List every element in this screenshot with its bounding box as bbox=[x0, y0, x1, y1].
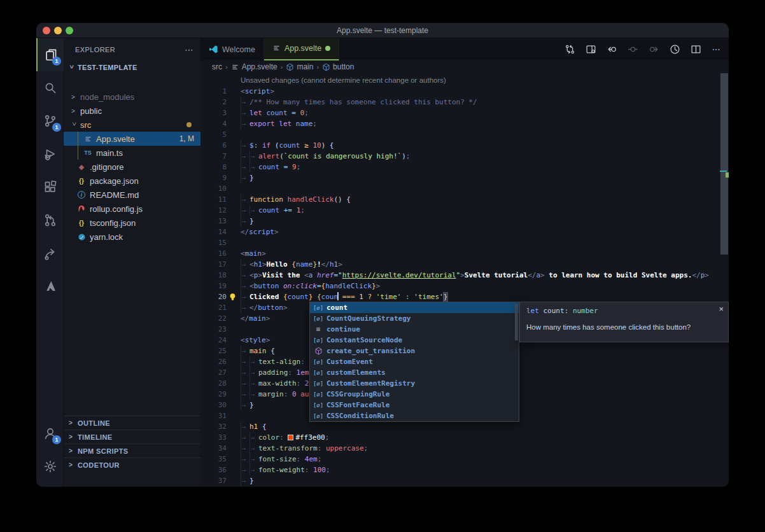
indent-guide: → bbox=[241, 367, 249, 378]
suggest-item-continue[interactable]: ≡continue bbox=[310, 324, 519, 335]
suggest-item-constantsourcenode[interactable]: [∅]ConstantSourceNode bbox=[310, 335, 519, 346]
code-line-14[interactable]: 14</script> bbox=[200, 227, 720, 237]
tree-item-public[interactable]: >public bbox=[64, 104, 200, 118]
code-line-34[interactable]: 34→→text-transform: uppercase; bbox=[200, 443, 720, 454]
code-token: color bbox=[258, 433, 279, 442]
tab-welcome[interactable]: Welcome bbox=[200, 38, 264, 60]
split-editor-icon[interactable] bbox=[687, 41, 704, 58]
tree-item-yarn-lock[interactable]: yarn.lock bbox=[64, 230, 200, 244]
code-line-32[interactable]: 32→h1 { bbox=[200, 421, 720, 432]
breadcrumb-button[interactable]: button bbox=[322, 62, 354, 71]
tree-item-readme-md[interactable]: iREADME.md bbox=[64, 188, 200, 202]
activity-azure[interactable] bbox=[36, 270, 64, 303]
activity-settings[interactable] bbox=[36, 450, 64, 483]
breadcrumb-app-svelte[interactable]: App.svelte bbox=[231, 62, 277, 71]
more-actions-icon[interactable]: ⋯ bbox=[185, 45, 194, 55]
previous-change-icon[interactable] bbox=[603, 41, 620, 58]
tab-app-svelte[interactable]: App.svelte bbox=[264, 38, 339, 60]
code-token: { bbox=[283, 293, 288, 301]
code-token: : bbox=[401, 293, 414, 301]
open-preview-icon[interactable] bbox=[582, 41, 599, 58]
code-line-15[interactable]: 15 bbox=[200, 237, 720, 248]
tree-item-tsconfig-json[interactable]: {}tsconfig.json bbox=[64, 216, 200, 230]
tree-root-test-template[interactable]: >TEST-TEMPLATE bbox=[64, 60, 200, 74]
activity-explorer[interactable]: 1 bbox=[36, 38, 64, 71]
code-line-5[interactable]: 5 bbox=[200, 129, 720, 140]
tree-item-rollup-config-js[interactable]: rollup.config.js bbox=[64, 202, 200, 216]
folder-modified-dot bbox=[186, 122, 192, 127]
code-line-37[interactable]: 37→} bbox=[200, 475, 720, 486]
code-token: 100 bbox=[313, 466, 326, 474]
tree-item--gitignore[interactable]: ◆.gitignore bbox=[64, 160, 200, 174]
section-timeline[interactable]: >TIMELINE bbox=[64, 430, 200, 444]
code-line-17[interactable]: 17→<h1>Hello {name}!</h1> bbox=[200, 259, 720, 270]
suggest-item-cssgroupingrule[interactable]: [∅]CSSGroupingRule bbox=[310, 389, 519, 400]
section-outline[interactable]: >OUTLINE bbox=[64, 416, 200, 430]
code-line-33[interactable]: 33→→color: #ff3e00; bbox=[200, 432, 720, 443]
suggest-item-cssfontfacerule[interactable]: [∅]CSSFontFaceRule bbox=[310, 400, 519, 410]
suggest-item-countqueuingstrategy[interactable]: [∅]CountQueuingStrategy bbox=[310, 313, 519, 324]
suggest-item-customevent[interactable]: [∅]CustomEvent bbox=[310, 356, 519, 367]
code-line-35[interactable]: 35→→font-size: 4em; bbox=[200, 454, 720, 465]
gitlens-graph-icon[interactable] bbox=[561, 41, 578, 58]
run-file-icon[interactable] bbox=[666, 41, 683, 58]
code-line-12[interactable]: 12→→count += 1; bbox=[200, 205, 720, 216]
breadcrumb-src[interactable]: src bbox=[212, 62, 222, 71]
lightbulb-icon[interactable] bbox=[228, 293, 237, 301]
activity-source-control[interactable]: 1 bbox=[36, 104, 64, 137]
code-line-6[interactable]: 6→$: if (count ≥ 10) { bbox=[200, 140, 720, 151]
code-token: > bbox=[258, 271, 262, 279]
suggest-item-cssconditionrule[interactable]: [∅]CSSConditionRule bbox=[310, 410, 519, 421]
breadcrumb-label: main bbox=[297, 62, 313, 71]
activity-run-debug[interactable] bbox=[36, 137, 64, 171]
line-number: 11 bbox=[200, 194, 241, 205]
tree-item-label: node_modules bbox=[80, 92, 134, 102]
section-codetour[interactable]: >CODETOUR bbox=[64, 458, 200, 472]
suggest-item-create_out_transition[interactable]: create_out_transition bbox=[310, 346, 519, 356]
tree-item-package-json[interactable]: {}package.json bbox=[64, 174, 200, 188]
editor-scrollbar[interactable] bbox=[720, 73, 729, 487]
code-line-11[interactable]: 11→function handleClick() { bbox=[200, 194, 720, 205]
code-line-3[interactable]: 3→let count = 0; bbox=[200, 108, 720, 118]
activity-accounts[interactable]: 1 bbox=[36, 417, 64, 450]
code-line-4[interactable]: 4→export let name; bbox=[200, 118, 720, 129]
tree-item-app-svelte[interactable]: App.svelte1, M bbox=[64, 132, 200, 146]
activity-live-share[interactable] bbox=[36, 237, 64, 270]
code-token: > bbox=[540, 271, 545, 279]
code-line-18[interactable]: 18→<p>Visit the <a href="https://svelte.… bbox=[200, 270, 720, 281]
activity-extensions[interactable] bbox=[36, 171, 64, 204]
code-line-1[interactable]: 1<script> bbox=[200, 86, 720, 97]
code-line-13[interactable]: 13→} bbox=[200, 216, 720, 227]
suggest-item-customelementregistry[interactable]: [∅]CustomElementRegistry bbox=[310, 378, 519, 389]
tree-item-src[interactable]: >src bbox=[64, 118, 200, 132]
code-line-2[interactable]: 2→/** How many times has someone clicked… bbox=[200, 97, 720, 108]
activity-search[interactable] bbox=[36, 71, 64, 104]
section-npm-scripts[interactable]: >NPM SCRIPTS bbox=[64, 444, 200, 458]
tree-item-main-ts[interactable]: TSmain.ts bbox=[64, 146, 200, 160]
more-actions-icon[interactable]: ⋯ bbox=[708, 41, 725, 58]
suggest-item-customelements[interactable]: [∅]customElements bbox=[310, 367, 519, 378]
code-line-9[interactable]: 9→} bbox=[200, 172, 720, 183]
title-bar: App.svelte — test-template bbox=[36, 23, 729, 38]
scrollbar-thumb[interactable] bbox=[720, 73, 728, 255]
code-line-20[interactable]: 20→Clicked {count} {coun === 1 ? 'time' … bbox=[200, 291, 720, 302]
suggest-item-count[interactable]: [∅]count bbox=[310, 302, 519, 313]
code-line-16[interactable]: 16<main> bbox=[200, 248, 720, 259]
tree-item-node-modules[interactable]: >node_modules bbox=[64, 90, 200, 104]
code-line-36[interactable]: 36→→font-weight: 100; bbox=[200, 465, 720, 475]
code-token: > bbox=[266, 336, 270, 344]
suggest-item-label: create_out_transition bbox=[326, 347, 415, 355]
code-token: ? bbox=[367, 293, 375, 301]
window-title: App.svelte — test-template bbox=[36, 23, 729, 38]
line-number: 17 bbox=[200, 259, 241, 270]
section-label: OUTLINE bbox=[78, 419, 110, 427]
code-line-19[interactable]: 19→<button on:click={handleClick}> bbox=[200, 281, 720, 291]
activity-pull-requests[interactable] bbox=[36, 204, 64, 237]
code-line-10[interactable]: 10 bbox=[200, 183, 720, 194]
suggest-scrollbar[interactable] bbox=[515, 304, 518, 340]
code-line-8[interactable]: 8→→count = 9; bbox=[200, 162, 720, 172]
breadcrumb-main[interactable]: main bbox=[286, 62, 313, 71]
code-line-7[interactable]: 7→→alert(`count is dangerously high!`); bbox=[200, 151, 720, 162]
indent-guide: → bbox=[241, 475, 249, 486]
line-number: 14 bbox=[200, 227, 241, 237]
